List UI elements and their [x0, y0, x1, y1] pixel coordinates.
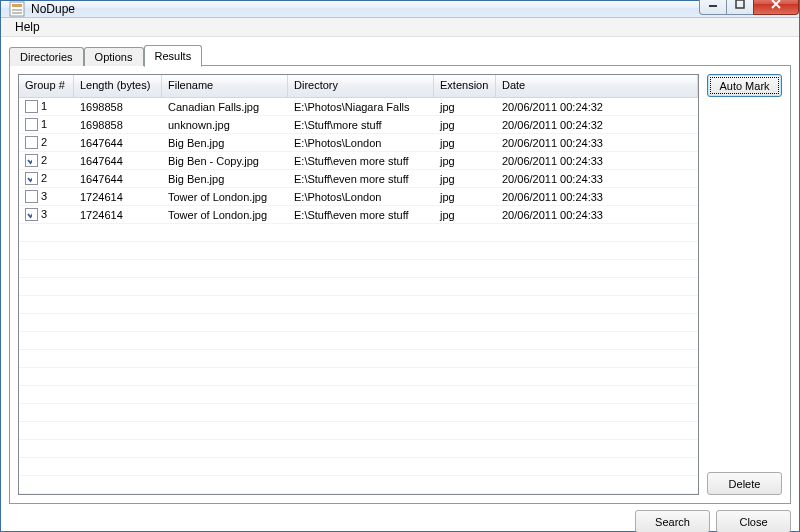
cell-length: 1698858	[74, 118, 162, 132]
cell-group: 2	[19, 153, 74, 169]
cell-directory: E:\Photos\London	[288, 136, 434, 150]
row-checkbox[interactable]	[25, 100, 38, 113]
svg-rect-1	[12, 4, 22, 7]
empty-row	[19, 458, 698, 476]
empty-row	[19, 296, 698, 314]
row-checkbox[interactable]	[25, 172, 38, 185]
client-area: Directories Options Results Group # Leng…	[1, 37, 799, 532]
table-row[interactable]: 11698858Canadian Falls.jpgE:\Photos\Niag…	[19, 98, 698, 116]
cell-group: 2	[19, 171, 74, 187]
table-row[interactable]: 31724614Tower of London.jpgE:\Photos\Lon…	[19, 188, 698, 206]
tabpage-results: Group # Length (bytes) Filename Director…	[9, 65, 791, 504]
cell-length: 1647644	[74, 136, 162, 150]
cell-extension: jpg	[434, 154, 496, 168]
cell-filename: Tower of London.jpg	[162, 190, 288, 204]
table-row[interactable]: 21647644Big Ben.jpgE:\Stuff\even more st…	[19, 170, 698, 188]
table-row[interactable]: 21647644Big Ben - Copy.jpgE:\Stuff\even …	[19, 152, 698, 170]
cell-filename: Big Ben.jpg	[162, 172, 288, 186]
minimize-button[interactable]	[699, 0, 727, 15]
window-title: NoDupe	[31, 2, 700, 16]
tab-directories[interactable]: Directories	[9, 47, 84, 66]
cell-extension: jpg	[434, 172, 496, 186]
listview-header: Group # Length (bytes) Filename Director…	[19, 75, 698, 98]
cell-extension: jpg	[434, 136, 496, 150]
svg-rect-5	[736, 0, 744, 8]
menu-help[interactable]: Help	[7, 18, 48, 36]
cell-directory: E:\Stuff\even more stuff	[288, 208, 434, 222]
cell-directory: E:\Stuff\even more stuff	[288, 154, 434, 168]
empty-row	[19, 242, 698, 260]
empty-row	[19, 440, 698, 458]
cell-extension: jpg	[434, 208, 496, 222]
empty-row	[19, 368, 698, 386]
cell-group: 2	[19, 135, 74, 151]
cell-date: 20/06/2011 00:24:32	[496, 100, 698, 114]
cell-length: 1698858	[74, 100, 162, 114]
cell-extension: jpg	[434, 100, 496, 114]
cell-group-text: 3	[41, 208, 47, 220]
cell-group: 1	[19, 99, 74, 115]
cell-length: 1647644	[74, 154, 162, 168]
tabstrip: Directories Options Results	[9, 43, 791, 65]
automark-button[interactable]: Auto Mark	[707, 74, 782, 97]
table-row[interactable]: 21647644Big Ben.jpgE:\Photos\Londonjpg20…	[19, 134, 698, 152]
empty-row	[19, 260, 698, 278]
cell-group: 3	[19, 207, 74, 223]
side-button-column: Auto Mark Delete	[707, 74, 782, 495]
row-checkbox[interactable]	[25, 208, 38, 221]
cell-directory: E:\Stuff\even more stuff	[288, 172, 434, 186]
delete-button[interactable]: Delete	[707, 472, 782, 495]
cell-filename: Canadian Falls.jpg	[162, 100, 288, 114]
close-dialog-button[interactable]: Close	[716, 510, 791, 532]
cell-extension: jpg	[434, 118, 496, 132]
menubar: Help	[1, 18, 799, 37]
close-button[interactable]	[753, 0, 799, 15]
table-row[interactable]: 31724614Tower of London.jpgE:\Stuff\even…	[19, 206, 698, 224]
cell-group-text: 2	[41, 154, 47, 166]
cell-date: 20/06/2011 00:24:33	[496, 172, 698, 186]
row-checkbox[interactable]	[25, 136, 38, 149]
cell-group-text: 1	[41, 118, 47, 130]
row-checkbox[interactable]	[25, 190, 38, 203]
cell-group-text: 2	[41, 136, 47, 148]
cell-filename: Big Ben.jpg	[162, 136, 288, 150]
titlebar: NoDupe	[1, 1, 799, 18]
col-header-date[interactable]: Date	[496, 75, 698, 97]
cell-filename: Big Ben - Copy.jpg	[162, 154, 288, 168]
window-controls	[700, 0, 799, 15]
cell-group-text: 1	[41, 100, 47, 112]
cell-group: 3	[19, 189, 74, 205]
cell-date: 20/06/2011 00:24:33	[496, 190, 698, 204]
cell-group-text: 2	[41, 172, 47, 184]
cell-group-text: 3	[41, 190, 47, 202]
empty-row	[19, 350, 698, 368]
col-header-directory[interactable]: Directory	[288, 75, 434, 97]
col-header-group[interactable]: Group #	[19, 75, 74, 97]
cell-length: 1724614	[74, 190, 162, 204]
search-button[interactable]: Search	[635, 510, 710, 532]
dialog-buttons: Search Close	[9, 504, 791, 532]
listview-body: 11698858Canadian Falls.jpgE:\Photos\Niag…	[19, 98, 698, 494]
results-listview[interactable]: Group # Length (bytes) Filename Director…	[18, 74, 699, 495]
cell-length: 1647644	[74, 172, 162, 186]
cell-date: 20/06/2011 00:24:33	[496, 208, 698, 222]
cell-filename: unknown.jpg	[162, 118, 288, 132]
cell-directory: E:\Photos\London	[288, 190, 434, 204]
table-row[interactable]: 11698858unknown.jpgE:\Stuff\more stuffjp…	[19, 116, 698, 134]
row-checkbox[interactable]	[25, 118, 38, 131]
cell-group: 1	[19, 117, 74, 133]
cell-filename: Tower of London.jpg	[162, 208, 288, 222]
maximize-button[interactable]	[726, 0, 754, 15]
empty-row	[19, 224, 698, 242]
row-checkbox[interactable]	[25, 154, 38, 167]
cell-date: 20/06/2011 00:24:33	[496, 154, 698, 168]
tab-options[interactable]: Options	[84, 47, 144, 66]
cell-extension: jpg	[434, 190, 496, 204]
cell-directory: E:\Stuff\more stuff	[288, 118, 434, 132]
col-header-length[interactable]: Length (bytes)	[74, 75, 162, 97]
col-header-extension[interactable]: Extension	[434, 75, 496, 97]
empty-row	[19, 278, 698, 296]
col-header-filename[interactable]: Filename	[162, 75, 288, 97]
tab-results[interactable]: Results	[144, 45, 203, 67]
cell-directory: E:\Photos\Niagara Falls	[288, 100, 434, 114]
